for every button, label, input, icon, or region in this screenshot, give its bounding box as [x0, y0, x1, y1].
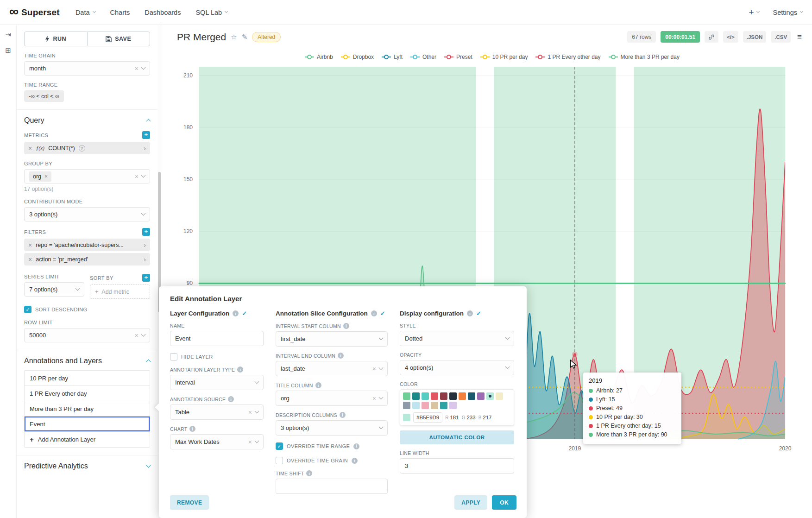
chart-select[interactable]: Max Work Dates × [170, 434, 264, 449]
color-swatch[interactable] [422, 402, 429, 409]
annotation-layer-item[interactable]: 1 PR Every other day [25, 386, 150, 401]
description-columns-select[interactable]: 3 option(s) [276, 420, 388, 436]
automatic-color-button[interactable]: AUTOMATIC COLOR [400, 430, 514, 444]
add-metric-plus-button[interactable]: + [142, 131, 150, 139]
style-select[interactable]: Dotted [400, 331, 514, 346]
legend-item[interactable]: Other [410, 54, 436, 60]
chart-menu-button[interactable]: ≡ [797, 32, 802, 42]
export-csv-button[interactable]: .CSV [771, 31, 791, 43]
add-sort-metric-plus-button[interactable]: + [142, 274, 150, 282]
filter-pill-repo[interactable]: × repo = 'apache/incubator-supers... › [24, 239, 150, 251]
info-icon[interactable]: i [340, 412, 346, 418]
nav-item-data[interactable]: Data [76, 9, 95, 16]
legend-item[interactable]: 1 PR Every other day [535, 54, 600, 60]
annotation-layer-item[interactable]: More than 3 PR per day [25, 401, 150, 417]
datasource-grid-icon[interactable]: ⊞ [5, 46, 11, 55]
color-swatch[interactable] [431, 392, 438, 400]
save-button[interactable]: SAVE [87, 32, 151, 46]
name-input[interactable] [170, 331, 264, 346]
hide-layer-checkbox[interactable]: HIDE LAYER [170, 353, 264, 360]
color-swatch[interactable] [422, 392, 429, 400]
rgb-g-field[interactable]: G233 [462, 415, 476, 420]
view-query-button[interactable]: </> [723, 31, 738, 43]
hex-color-input[interactable]: #B5E9D9 [413, 412, 442, 423]
info-icon[interactable]: i [353, 443, 359, 449]
color-swatch[interactable] [403, 402, 410, 409]
info-icon[interactable]: i [237, 366, 243, 373]
altered-badge[interactable]: Altered [252, 32, 281, 42]
info-icon[interactable]: i [228, 396, 234, 402]
edit-title-icon[interactable]: ✎ [242, 33, 248, 41]
expand-metric-icon[interactable]: › [144, 144, 146, 152]
time-shift-input[interactable] [276, 479, 388, 494]
row-limit-select[interactable]: 50000 × [24, 328, 150, 342]
info-icon[interactable]: i [189, 426, 195, 432]
override-time-range-checkbox[interactable]: ✓ OVERRIDE TIME RANGE i [276, 442, 388, 450]
nav-item-sqllab[interactable]: SQL Lab [195, 9, 227, 16]
annotation-layer-type-select[interactable]: Interval [170, 375, 264, 390]
settings-menu[interactable]: Settings [773, 9, 803, 16]
new-item-button[interactable]: + [749, 7, 759, 18]
remove-button[interactable]: REMOVE [170, 495, 209, 510]
legend-item[interactable]: Dropbox [341, 54, 374, 60]
clear-icon[interactable]: × [248, 438, 252, 446]
export-json-button[interactable]: .JSON [743, 31, 767, 43]
share-link-button[interactable] [705, 31, 718, 43]
clear-icon[interactable]: × [372, 395, 376, 402]
clear-icon[interactable]: × [135, 65, 138, 72]
override-time-grain-checkbox[interactable]: OVERRIDE TIME GRAIN i [276, 457, 388, 464]
legend-item[interactable]: 10 PR per day [480, 54, 528, 60]
clear-icon[interactable]: × [372, 365, 376, 373]
color-swatch[interactable] [477, 392, 485, 400]
color-swatch[interactable] [486, 392, 494, 400]
time-range-pill[interactable]: -∞ ≤ col < ∞ [24, 90, 64, 102]
info-icon[interactable]: i [352, 458, 358, 464]
predictive-section-header[interactable]: Predictive Analytics [24, 462, 150, 470]
legend-item[interactable]: Airbnb [305, 54, 333, 60]
sort-by-add-metric[interactable]: + Add metric [90, 284, 150, 299]
info-icon[interactable]: i [338, 353, 344, 359]
info-icon[interactable]: i [233, 310, 239, 316]
clear-icon[interactable]: × [135, 173, 138, 180]
line-width-input[interactable] [400, 458, 514, 474]
color-swatch[interactable] [412, 402, 420, 409]
annotations-section-header[interactable]: Annotations and Layers [24, 357, 150, 365]
query-section-header[interactable]: Query [24, 116, 150, 125]
color-swatch[interactable] [468, 392, 475, 400]
metric-pill[interactable]: × ƒ(x) COUNT(*) ? › [24, 142, 150, 154]
annotation-layer-item[interactable]: 10 PR per day [25, 371, 150, 386]
help-icon[interactable]: ? [79, 145, 85, 152]
add-annotation-layer-button[interactable]: + Add Annotation Layer [25, 432, 150, 447]
legend-item[interactable]: Lyft [382, 54, 403, 60]
color-swatch[interactable] [440, 392, 447, 400]
legend-item[interactable]: Preset [444, 54, 472, 60]
clear-icon[interactable]: × [248, 409, 252, 416]
add-filter-plus-button[interactable]: + [142, 228, 150, 236]
color-swatch[interactable] [459, 392, 466, 400]
series-limit-select[interactable]: 7 option(s) [24, 282, 84, 297]
info-icon[interactable]: i [371, 310, 377, 316]
superset-logo[interactable]: ∞ Superset [9, 7, 60, 18]
expand-filter-icon[interactable]: › [144, 241, 146, 249]
color-swatch[interactable] [412, 392, 420, 400]
filter-pill-action[interactable]: × action = 'pr_merged' › [24, 253, 150, 265]
info-icon[interactable]: i [467, 310, 473, 316]
annotation-source-select[interactable]: Table × [170, 404, 264, 420]
apply-button[interactable]: APPLY [454, 495, 487, 510]
nav-item-charts[interactable]: Charts [110, 9, 130, 16]
time-grain-select[interactable]: month × [24, 61, 150, 76]
favorite-star-icon[interactable]: ☆ [231, 33, 237, 41]
color-swatch[interactable] [496, 392, 503, 400]
opacity-select[interactable]: 4 option(s) [400, 360, 514, 375]
contribution-mode-select[interactable]: 3 option(s) [24, 207, 150, 221]
expand-filter-icon[interactable]: › [144, 255, 146, 263]
remove-tag-icon[interactable]: × [44, 173, 48, 180]
clear-icon[interactable]: × [135, 332, 138, 339]
color-swatch[interactable] [449, 392, 457, 400]
color-swatch[interactable] [440, 402, 447, 409]
color-swatch[interactable] [403, 392, 410, 400]
group-by-select[interactable]: org × × [24, 169, 150, 183]
ok-button[interactable]: OK [492, 495, 516, 510]
color-swatch[interactable] [449, 402, 457, 409]
interval-end-select[interactable]: last_date × [276, 361, 388, 376]
